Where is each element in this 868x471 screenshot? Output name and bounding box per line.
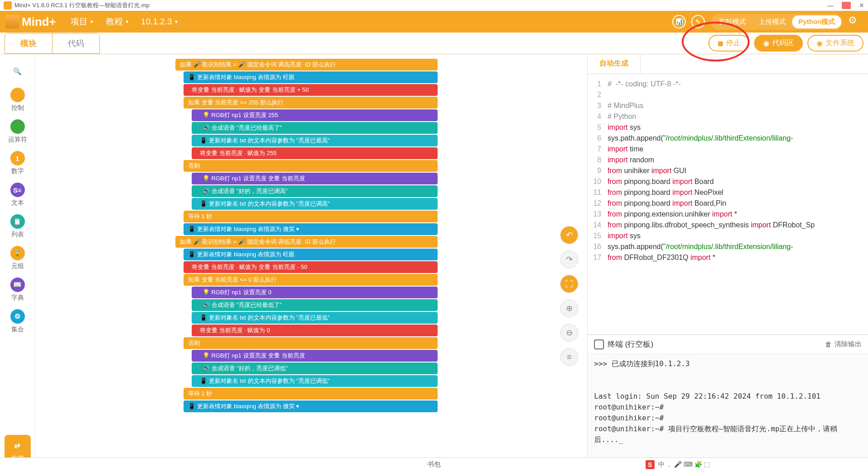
clear-output-button[interactable]: 🗑清除输出 [825, 340, 862, 349]
code-block[interactable]: 📱 更新表情对象 biaoqing 表情源为 旺眼 [184, 71, 438, 83]
tab-autogen[interactable]: 自动生成 [588, 54, 641, 74]
stop-button[interactable]: ◼停止 [708, 35, 750, 52]
category-数字[interactable]: 1数字 [8, 147, 27, 179]
app-icon [4, 1, 12, 9]
code-line: 10from pinpong.board import Board [588, 176, 868, 187]
code-block[interactable]: 将变量 当前亮度 · 赋值为 变量 当前亮度 - 50 [184, 261, 438, 273]
category-label: 元组 [11, 262, 24, 270]
category-label: 列表 [11, 231, 24, 239]
line-number: 15 [588, 231, 608, 241]
line-content: import sys [608, 122, 641, 133]
caret-down-icon: ▾ [175, 19, 178, 25]
category-sidebar: 🔍控制运算符1数字S≡文本📋列表🔒元组📖字典⚙集合 ⇄ 扩展 [0, 54, 35, 470]
zoom-in-button[interactable]: ⊕ [560, 299, 578, 317]
code-block[interactable]: 📱 更新对象名 txt 的文本内容参数为 "亮度已调高" [192, 198, 438, 210]
code-block[interactable]: 📱 更新表情对象 biaoqing 表情源为 微笑 ▾ [184, 400, 438, 412]
code-line: 12from pinpong.board import Board,Pin [588, 198, 868, 209]
filesystem-button[interactable]: ◉文件系统 [807, 35, 863, 52]
line-content: import time [608, 144, 643, 155]
code-block[interactable]: 📱 更新表情对象 biaoqing 表情源为 微笑 ▾ [184, 223, 438, 235]
code-block[interactable]: 等待 1 秒 [184, 211, 438, 222]
line-content: from unihiker import GUI [608, 165, 686, 176]
line-number: 17 [588, 252, 608, 263]
ime-status[interactable]: 中 ， 🎤 ⌨ 🧩 ⬚ [658, 461, 710, 469]
terminal-body[interactable]: >>> 已成功连接到10.1.2.3 Last login: Sun Sep 2… [588, 354, 868, 470]
code-block[interactable]: 💡 RGB灯 np1 设置亮度 变量 当前亮度 [192, 173, 438, 184]
code-block[interactable]: 如果 变量 当前亮度 >= 255 那么执行 [184, 97, 438, 108]
mode-upload[interactable]: 上传模式 [752, 15, 792, 28]
titlebar: Mind+ V1.8.0 RC3.1 行空板教程—智能语音灯光.mp — ✕ [0, 0, 868, 11]
code-block[interactable]: 🔊 合成语音 "好的，亮度已调低" [192, 363, 438, 374]
code-block[interactable]: 将变量 当前亮度 · 赋值为 255 [192, 147, 438, 159]
line-number: 11 [588, 187, 608, 198]
category-列表[interactable]: 📋列表 [8, 211, 27, 242]
chart-icon[interactable]: 📊 [672, 15, 686, 28]
code-block[interactable]: 等待 1 秒 [184, 388, 438, 400]
category-label: 文本 [11, 199, 24, 207]
menu-project[interactable]: 项目▾ [64, 16, 99, 28]
code-block[interactable]: 🔊 合成语音 "好的，亮度已调高" [192, 185, 438, 197]
undo-button[interactable]: ↶ [560, 226, 578, 244]
ime-bar: S 中 ， 🎤 ⌨ 🧩 ⬚ [646, 460, 710, 469]
edit-icon[interactable]: ✎ [691, 15, 705, 28]
redo-button[interactable]: ↷ [560, 250, 578, 268]
code-line: 14from pinpong.libs.dfrobot_speech_synth… [588, 220, 868, 231]
close-button[interactable]: ✕ [859, 2, 864, 9]
category-字典[interactable]: 📖字典 [8, 274, 27, 306]
menu-tutorial[interactable]: 教程▾ [99, 16, 135, 28]
dfrobot-icon[interactable] [842, 2, 851, 9]
footer-label[interactable]: 书包 [427, 460, 441, 469]
code-block[interactable]: 🔊 合成语音 "亮度已经最低了" [192, 299, 438, 311]
mode-realtime[interactable]: 实时模式 [712, 15, 752, 28]
code-block[interactable]: 否则 [184, 337, 438, 349]
codearea-button[interactable]: ◉代码区 [754, 35, 803, 52]
code-block[interactable]: 💡 RGB灯 np1 设置亮度 255 [192, 109, 438, 121]
code-block[interactable]: 🔊 合成语音 "亮度已经最高了" [192, 122, 438, 134]
code-line: 7import time [588, 144, 868, 155]
category-文本[interactable]: S≡文本 [8, 179, 27, 211]
crop-button[interactable]: ⛶ [560, 275, 578, 293]
menu-ip[interactable]: 10.1.2.3▾ [135, 17, 184, 27]
category-运算符[interactable]: 运算符 [8, 116, 27, 147]
sogou-icon[interactable]: S [646, 460, 655, 469]
minimize-button[interactable]: — [827, 2, 834, 9]
code-block[interactable]: 📱 更新对象名 txt 的文本内容参数为 "亮度已最高" [192, 135, 438, 146]
line-content: sys.path.append("/root/mindplus/.lib/thi… [608, 133, 793, 144]
center-button[interactable]: ≡ [560, 348, 578, 366]
code-line: 5import sys [588, 122, 868, 133]
category-元组[interactable]: 🔒元组 [8, 242, 27, 274]
mode-python[interactable]: Python模式 [792, 15, 841, 28]
tab-blocks[interactable]: 模块 [5, 33, 52, 53]
view-tabs: 模块 代码 [5, 33, 100, 54]
line-content: # MindPlus [608, 100, 643, 111]
code-editor[interactable]: 1# -*- coding: UTF-8 -*-23# MindPlus4# P… [588, 74, 868, 334]
category-集合[interactable]: ⚙集合 [8, 306, 27, 337]
code-block[interactable]: 如果 🎤 取识别结果 = 🎤 固定命令词 调高亮度· ID 那么执行 [175, 59, 438, 71]
code-block[interactable]: 将变量 当前亮度 · 赋值为 变量 当前亮度 + 50 [184, 84, 438, 96]
code-block[interactable]: 💡 RGB灯 np1 设置亮度 变量 当前亮度 [192, 350, 438, 362]
block-canvas[interactable]: 如果 🎤 取识别结果 = 🎤 固定命令词 调高亮度· ID 那么执行📱 更新表情… [35, 54, 588, 470]
code-block[interactable]: 📱 更新对象名 txt 的文本内容参数为 "亮度已最低" [192, 312, 438, 324]
line-content: sys.path.append("/root/mindplus/.lib/thi… [608, 241, 793, 252]
line-number: 10 [588, 176, 608, 187]
block-stack: 如果 🎤 取识别结果 = 🎤 固定命令词 调高亮度· ID 那么执行📱 更新表情… [175, 59, 438, 413]
zoom-out-button[interactable]: ⊖ [560, 324, 578, 342]
category-控制[interactable]: 控制 [8, 84, 27, 116]
tab-code[interactable]: 代码 [52, 33, 99, 53]
line-number: 3 [588, 100, 608, 111]
category-label: 数字 [11, 167, 24, 175]
code-block[interactable]: 📱 更新对象名 txt 的文本内容参数为 "亮度已调低" [192, 375, 438, 387]
line-number: 8 [588, 155, 608, 165]
code-line: 6sys.path.append("/root/mindplus/.lib/th… [588, 133, 868, 144]
code-block[interactable]: 将变量 当前亮度 · 赋值为 0 [192, 325, 438, 336]
code-block[interactable]: 📱 更新表情对象 biaoqing 表情源为 旺眼 [184, 249, 438, 260]
category-search[interactable]: 🔍 [8, 61, 27, 84]
code-block[interactable]: 否则 [184, 160, 438, 172]
code-line: 13from pinpong.extension.unihiker import… [588, 209, 868, 220]
gear-icon[interactable]: ⚙ [848, 14, 863, 29]
line-content: from pinpong.board import NeoPixel [608, 187, 723, 198]
code-block[interactable]: 💡 RGB灯 np1 设置亮度 0 [192, 287, 438, 298]
code-block[interactable]: 如果 变量 当前亮度 <= 0 那么执行 [184, 274, 438, 286]
code-block[interactable]: 如果 🎤 取识别结果 = 🎤 固定命令词 调低亮度· ID 那么执行 [175, 236, 438, 248]
line-content: # Python [608, 111, 636, 122]
